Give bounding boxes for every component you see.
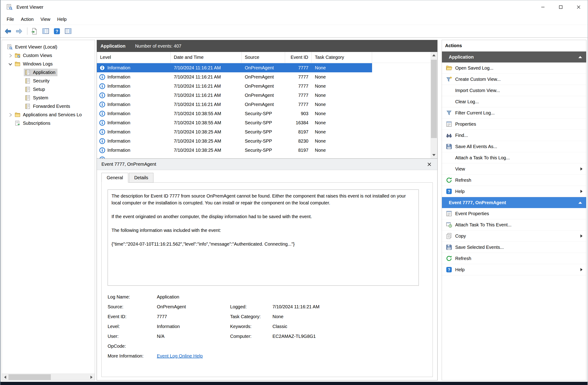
- online-help-link[interactable]: Event Log Online Help: [157, 353, 230, 359]
- tree-item[interactable]: Event Viewer (Local): [2, 43, 95, 51]
- event-row[interactable]: Information 7/10/2024 10:38:25 AM Securi…: [97, 136, 372, 145]
- action-item[interactable]: Attach a Task To this Log...: [442, 152, 586, 163]
- action-item[interactable]: View: [442, 163, 586, 175]
- submenu-arrow-icon: [580, 167, 583, 171]
- tree-node[interactable]: Applications and Services Lo: [14, 111, 84, 119]
- action-item[interactable]: Create Custom View...: [442, 74, 586, 85]
- action-item[interactable]: Clear Log...: [442, 96, 586, 107]
- action-item[interactable]: ? Help: [442, 264, 586, 275]
- tree-item[interactable]: Windows Logs: [2, 60, 95, 68]
- help-icon[interactable]: ?: [53, 27, 61, 35]
- scroll-left-button[interactable]: [2, 374, 8, 380]
- tree-item[interactable]: Applications and Services Lo: [2, 111, 95, 119]
- action-item[interactable]: Attach Task To This Event...: [442, 219, 586, 230]
- menu-item[interactable]: File: [3, 15, 17, 23]
- tree-item[interactable]: Setup: [2, 85, 95, 94]
- tree-node[interactable]: Setup: [24, 86, 47, 93]
- action-pane-icon[interactable]: [64, 27, 72, 35]
- action-item[interactable]: Save All Events As...: [442, 141, 586, 152]
- actions-section-header-application[interactable]: Application: [442, 52, 586, 62]
- tree-item[interactable]: Forwarded Events: [2, 102, 95, 111]
- action-item[interactable]: Open Saved Log...: [442, 62, 586, 74]
- chevron-down-icon[interactable]: [7, 61, 14, 67]
- tree-node[interactable]: Event Viewer (Local): [6, 43, 59, 51]
- detail-field-row: Source: OnPremAgent Logged: 7/10/2024 11…: [108, 304, 427, 314]
- tree-horizontal-scrollbar[interactable]: [2, 374, 95, 380]
- minimize-button[interactable]: [534, 0, 552, 14]
- collapse-icon[interactable]: [578, 56, 582, 58]
- tree-node[interactable]: Security: [24, 77, 52, 85]
- event-row[interactable]: Information 7/10/2024 10:38:55 AM Securi…: [97, 109, 372, 118]
- close-details-icon[interactable]: [426, 161, 433, 168]
- column-header[interactable]: Date and Time: [170, 52, 242, 63]
- event-row[interactable]: Information 7/10/2024 11:16:21 AM OnPrem…: [97, 100, 372, 109]
- event-row[interactable]: Information 7/10/2024 10:38:25 AM Securi…: [97, 127, 372, 136]
- console-tree-icon[interactable]: [42, 27, 49, 35]
- description-paragraph: {"time":"2024-07-10T11:16:21.562","level…: [111, 241, 415, 247]
- event-row[interactable]: Information 7/10/2024 11:16:21 AM OnPrem…: [97, 91, 372, 100]
- tree-node[interactable]: System: [24, 94, 50, 102]
- scroll-down-button[interactable]: [430, 152, 437, 158]
- action-item[interactable]: Import Custom View...: [442, 85, 586, 96]
- close-button[interactable]: [570, 0, 588, 14]
- menu-item[interactable]: Action: [17, 15, 37, 23]
- properties-icon: [446, 121, 452, 127]
- event-row[interactable]: Information 7/10/2024 11:16:21 AM OnPrem…: [97, 81, 372, 91]
- menu-item[interactable]: View: [37, 15, 54, 23]
- field-value-2: 7/10/2024 11:16:21 AM: [273, 304, 427, 309]
- collapse-icon[interactable]: [578, 202, 582, 204]
- tab[interactable]: General: [102, 173, 128, 183]
- tree-item[interactable]: Subscriptions: [2, 119, 95, 127]
- svg-text:?: ?: [448, 268, 450, 272]
- tree-node[interactable]: Forwarded Events: [24, 102, 72, 110]
- action-item[interactable]: Copy: [442, 230, 586, 242]
- list-vertical-scrollbar[interactable]: [430, 52, 437, 158]
- tree-node[interactable]: Application: [24, 69, 58, 76]
- scroll-up-button[interactable]: [430, 52, 437, 59]
- menu-item[interactable]: Help: [54, 15, 70, 23]
- scrollbar-thumb[interactable]: [8, 374, 51, 380]
- field-value-2: EC2AMAZ-TL9G8G1: [273, 334, 427, 339]
- back-icon[interactable]: [4, 27, 12, 35]
- tree-node[interactable]: Subscriptions: [14, 120, 52, 127]
- chevron-right-icon[interactable]: [7, 53, 14, 59]
- maximize-button[interactable]: [552, 0, 570, 14]
- action-item[interactable]: ? Help: [442, 186, 586, 197]
- event-description[interactable]: The description for Event ID 7777 from s…: [108, 189, 419, 286]
- scroll-right-button[interactable]: [88, 374, 95, 380]
- help-icon: ?: [446, 188, 452, 195]
- tree-item[interactable]: Custom Views: [2, 51, 95, 60]
- tab[interactable]: Details: [129, 173, 153, 183]
- column-header[interactable]: Source: [242, 52, 285, 63]
- chevron-right-icon[interactable]: [7, 112, 14, 118]
- tree-node[interactable]: Custom Views: [14, 52, 54, 59]
- event-row[interactable]: [97, 155, 372, 158]
- action-item[interactable]: Save Selected Events...: [442, 242, 586, 253]
- open-log-icon[interactable]: [31, 27, 38, 35]
- event-row[interactable]: Information 7/10/2024 10:38:25 AM Securi…: [97, 145, 372, 155]
- column-header[interactable]: Event ID: [285, 52, 312, 63]
- action-item[interactable]: Filter Current Log...: [442, 107, 586, 119]
- column-header-row: LevelDate and TimeSourceEvent IDTask Cat…: [97, 52, 430, 63]
- twisty[interactable]: [7, 121, 14, 126]
- event-row[interactable]: Information 7/10/2024 10:38:55 AM Securi…: [97, 118, 372, 127]
- actions-section-header-event[interactable]: Event 7777, OnPremAgent: [442, 197, 586, 208]
- column-header[interactable]: Level: [97, 52, 170, 63]
- column-header[interactable]: Task Category: [312, 52, 372, 63]
- action-item[interactable]: Refresh: [442, 253, 586, 264]
- level-cell: Information: [97, 83, 170, 89]
- event-row[interactable]: Information 7/10/2024 11:16:21 AM OnPrem…: [97, 63, 372, 72]
- action-item[interactable]: Properties: [442, 119, 586, 130]
- tree-item[interactable]: Security: [2, 77, 95, 85]
- action-item[interactable]: Event Properties: [442, 208, 586, 219]
- action-item-label: View: [455, 166, 465, 172]
- tree-item[interactable]: Application: [2, 68, 95, 77]
- forward-icon[interactable]: [15, 27, 23, 35]
- tree-node[interactable]: Windows Logs: [14, 60, 55, 68]
- details-title: Event 7777, OnPremAgent: [102, 162, 156, 167]
- tree-item[interactable]: System: [2, 94, 95, 102]
- action-item[interactable]: Refresh: [442, 175, 586, 186]
- event-row[interactable]: Information 7/10/2024 11:16:21 AM OnPrem…: [97, 72, 372, 81]
- scrollbar-thumb[interactable]: [431, 60, 437, 138]
- action-item[interactable]: Find...: [442, 130, 586, 141]
